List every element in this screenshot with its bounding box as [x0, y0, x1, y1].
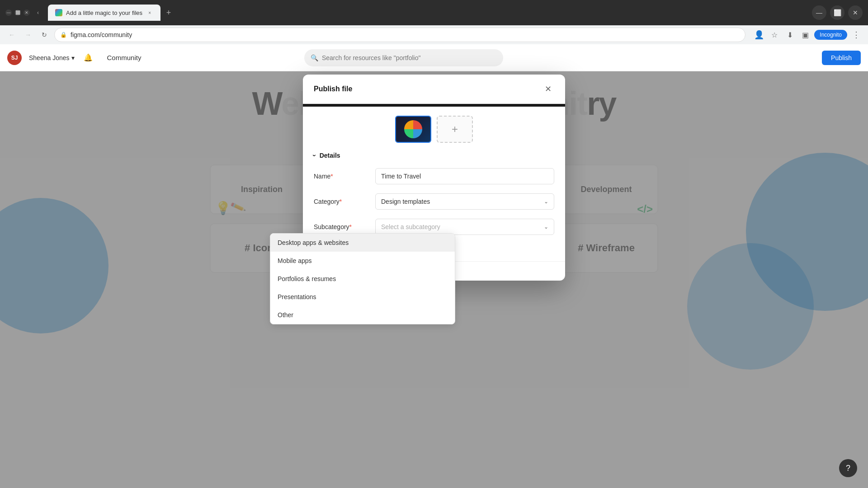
- chevron-down-icon: ▾: [71, 54, 75, 61]
- publish-button[interactable]: Publish: [822, 51, 861, 65]
- address-text: figma.com/community: [71, 31, 132, 38]
- close-window-button[interactable]: ✕: [24, 9, 30, 16]
- dropdown-item-presentations[interactable]: Presentations: [270, 288, 455, 306]
- window-close-btn[interactable]: ✕: [848, 5, 863, 20]
- subcategory-dropdown: Desktop apps & websites Mobile apps Port…: [270, 233, 455, 324]
- avatar[interactable]: SJ: [7, 51, 22, 65]
- category-select[interactable]: Design templates ⌄: [375, 193, 554, 210]
- dropdown-item-mobile[interactable]: Mobile apps: [270, 252, 455, 270]
- details-label: Details: [320, 152, 340, 159]
- tab-title: Add a little magic to your files: [66, 9, 142, 16]
- name-required: *: [330, 173, 333, 180]
- community-nav-link[interactable]: Community: [107, 54, 142, 61]
- subcategory-select[interactable]: Select a subcategory ⌄: [375, 219, 554, 235]
- tab-bar: ‹ Add a little magic to your files × +: [37, 5, 421, 21]
- category-required: *: [340, 198, 342, 205]
- window-controls: — ⬜ ✕: [5, 9, 30, 16]
- modal-header: Publish file ✕: [303, 75, 565, 104]
- new-tab-button[interactable]: +: [162, 6, 175, 19]
- reload-button[interactable]: ↻: [38, 28, 51, 41]
- category-arrow: ⌄: [544, 198, 548, 205]
- maximize-button[interactable]: ⬜: [14, 9, 21, 16]
- back-button[interactable]: ←: [5, 28, 18, 41]
- chevron-icon: ›: [311, 155, 318, 157]
- help-button[interactable]: ?: [839, 459, 857, 477]
- more-icon[interactable]: ⋮: [850, 28, 863, 41]
- subcategory-required: *: [349, 223, 352, 230]
- lock-icon: 🔒: [60, 32, 67, 38]
- modal-title: Publish file: [314, 85, 352, 93]
- browser-tab-active[interactable]: Add a little magic to your files ×: [48, 5, 160, 21]
- category-field-row: Category* Design templates ⌄: [314, 193, 554, 210]
- search-icon: 🔍: [311, 54, 318, 61]
- subcategory-label: Subcategory*: [314, 219, 368, 230]
- forward-button[interactable]: →: [22, 28, 34, 41]
- incognito-badge: Incognito: [814, 30, 847, 40]
- thumbnail-section: +: [303, 107, 565, 152]
- category-value: Design templates: [381, 198, 430, 205]
- download-icon[interactable]: ⬇: [783, 28, 796, 41]
- tab-scroll-left[interactable]: ‹: [37, 9, 46, 16]
- bookmark-icon[interactable]: ☆: [768, 28, 781, 41]
- thumbnail-selected[interactable]: [395, 116, 431, 143]
- minimize-button[interactable]: —: [5, 9, 12, 16]
- incognito-icon: 👤: [753, 28, 765, 41]
- tab-favicon: [55, 9, 62, 16]
- tab-close-button[interactable]: ×: [146, 9, 153, 16]
- browser-nav-bar: ← → ↻ 🔒 figma.com/community 👤 ☆ ⬇ ▣ Inco…: [0, 25, 868, 44]
- name-label: Name*: [314, 168, 368, 180]
- address-bar[interactable]: 🔒 figma.com/community: [54, 28, 745, 42]
- subcategory-arrow: ⌄: [544, 224, 548, 230]
- notifications-bell-icon[interactable]: 🔔: [84, 53, 93, 62]
- thumbnail-add-button[interactable]: +: [437, 116, 473, 143]
- browser-chrome: — ⬜ ✕ ‹ Add a little magic to your files…: [0, 0, 868, 25]
- search-input[interactable]: [322, 54, 497, 61]
- subcategory-field-row: Subcategory* Select a subcategory ⌄: [314, 219, 554, 235]
- modal-close-button[interactable]: ✕: [542, 83, 554, 95]
- thumbnail-add-icon: +: [452, 123, 458, 136]
- dropdown-item-other[interactable]: Other: [270, 306, 455, 324]
- category-label: Category*: [314, 193, 368, 205]
- thumbnail-logo: [404, 120, 422, 138]
- subcategory-placeholder: Select a subcategory: [381, 223, 440, 230]
- thumbnail-image: [396, 117, 430, 142]
- window-minimize-btn[interactable]: —: [812, 5, 826, 20]
- search-bar[interactable]: 🔍: [304, 49, 503, 66]
- figma-appbar: SJ Sheena Jones ▾ 🔔 Community 🔍 Publish: [0, 44, 868, 71]
- name-field-row: Name*: [314, 168, 554, 184]
- layout-icon[interactable]: ▣: [799, 28, 811, 41]
- details-header[interactable]: › Details: [314, 152, 554, 159]
- name-input[interactable]: [375, 168, 554, 184]
- dropdown-item-desktop[interactable]: Desktop apps & websites: [270, 234, 455, 252]
- nav-icons: 👤 ☆ ⬇ ▣ Incognito ⋮: [753, 28, 863, 41]
- user-name-dropdown[interactable]: Sheena Jones ▾: [29, 54, 75, 61]
- window-maximize-btn[interactable]: ⬜: [830, 5, 844, 20]
- dropdown-item-portfolios[interactable]: Portfolios & resumes: [270, 270, 455, 288]
